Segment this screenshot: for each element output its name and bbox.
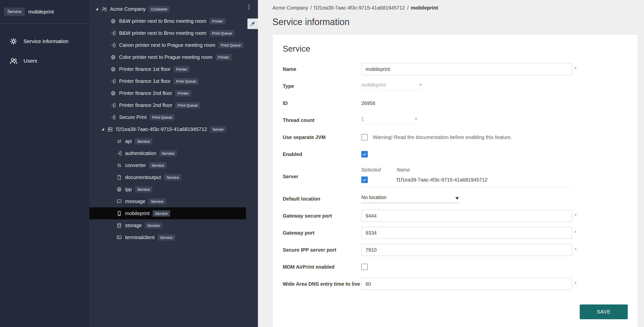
printer-icon <box>110 18 116 24</box>
service-type-badge: Service <box>4 8 25 16</box>
tree-item-customer[interactable]: Acme Company Customer <box>89 3 246 15</box>
sidebar-item-service-information[interactable]: Service information <box>0 32 89 51</box>
type-select-value: mobileprint <box>361 82 386 88</box>
chevron-down-icon <box>455 197 459 200</box>
enabled-field-row: Enabled <box>283 146 628 163</box>
tree-item-label: converter <box>125 162 146 168</box>
server-col-name: Name <box>397 167 410 173</box>
tree-item-badge: Customer <box>149 6 170 12</box>
tree-item-label: Printer finance 1st floor <box>119 66 171 72</box>
tree-item-badge: Print Queue <box>218 42 243 48</box>
dns-ttl-field-row: Wide Area DNS entry time to live * <box>283 275 628 292</box>
tree-item-printer[interactable]: Printer finance 2nd floor Printer <box>89 87 246 99</box>
tree-item-printer[interactable]: Printer finance 1st floor Printer <box>89 63 246 75</box>
server-col-selected: Selected <box>361 167 397 173</box>
gateway-port-label: Gateway port <box>283 230 361 236</box>
tree-item-label: Printer finance 2nd floor <box>119 90 172 96</box>
tree-item-service-terminalclient[interactable]: terminalclient Service <box>89 231 246 243</box>
tree-item-badge: Service <box>135 138 152 144</box>
expander-icon[interactable] <box>96 8 98 10</box>
breadcrumb-item-current: mobileprint <box>411 5 438 11</box>
required-marker: * <box>574 230 577 236</box>
thread-count-field-row: Thread count 1 <box>283 112 628 129</box>
jvm-checkbox[interactable] <box>361 134 368 140</box>
tree-item-badge: Service <box>164 174 181 181</box>
tree-item-print-queue[interactable]: Canon printer next to Prague meeting roo… <box>89 39 246 51</box>
server-label: Server <box>283 174 361 180</box>
breadcrumb-separator: / <box>310 5 312 11</box>
tree-item-label: Color printer next to Prague meeting roo… <box>119 54 213 60</box>
tree-item-label: authentication <box>125 150 156 156</box>
tree-item-service-storage[interactable]: storage Service <box>89 219 246 231</box>
jvm-warning-text: Warning! Read the documentation before e… <box>373 134 512 140</box>
id-label: ID <box>283 100 361 106</box>
server-table-row: f1f1ea39-7aac-4f3c-9715-41a681945712 <box>361 177 572 187</box>
save-button-row: SAVE <box>283 304 628 319</box>
sort-arrows-icon <box>116 162 122 168</box>
tree-item-badge: Service <box>149 162 166 169</box>
tree-item-service-mobileprint[interactable]: mobileprint Service <box>89 207 246 219</box>
sign-in-icon <box>110 78 116 84</box>
breadcrumb-item[interactable]: Acme Company <box>272 5 308 11</box>
sidebar-item-users[interactable]: Users <box>0 51 89 71</box>
chevron-down-icon <box>415 118 418 120</box>
name-input[interactable] <box>361 63 572 75</box>
sign-in-icon <box>110 114 116 120</box>
thread-count-select-value: 1 <box>361 116 364 122</box>
type-field-row: Type mobileprint <box>283 78 628 95</box>
tree-item-label: B&W printer next to Brno meeting room <box>119 30 206 36</box>
tree-item-service-documentoutput[interactable]: documentoutput Service <box>89 171 246 183</box>
default-location-select[interactable]: No location <box>361 195 459 203</box>
tree-item-label: Printer finance 2nd floor <box>119 102 172 108</box>
gateway-port-input[interactable] <box>361 227 572 239</box>
name-field-row: Name * <box>283 61 628 78</box>
enabled-checkbox[interactable] <box>361 151 368 157</box>
tree-item-label: ipp <box>125 187 132 192</box>
tree-item-print-queue[interactable]: B&W printer next to Brno meeting room Pr… <box>89 27 246 39</box>
tree-item-service-api[interactable]: api Service <box>89 135 246 147</box>
tree-item-label: terminalclient <box>125 235 155 240</box>
tree-menu-button[interactable] <box>244 2 253 12</box>
save-button[interactable]: SAVE <box>580 304 628 319</box>
check-icon <box>362 178 367 182</box>
tree-item-printer[interactable]: Color printer next to Prague meeting roo… <box>89 51 246 63</box>
database-icon <box>116 223 122 228</box>
server-checkbox[interactable] <box>361 177 368 183</box>
jvm-field-row: Use separate JVM Warning! Read the docum… <box>283 129 628 146</box>
tree-item-print-queue[interactable]: Printer finance 2nd floor Print Queue <box>89 99 246 111</box>
required-marker: * <box>574 247 577 253</box>
required-marker: * <box>574 281 577 287</box>
tree-item-service-authentication[interactable]: authentication Service <box>89 147 246 159</box>
tree-item-badge: Printer <box>209 18 225 24</box>
enabled-label: Enabled <box>283 151 361 157</box>
gateway-secure-port-input[interactable] <box>361 210 572 222</box>
tree-item-badge: Printer <box>174 66 190 72</box>
tree-item-service-ipp[interactable]: ipp Service <box>89 183 246 195</box>
secure-ipp-port-input[interactable] <box>361 244 572 256</box>
tree-item-badge: Printer <box>216 54 232 60</box>
sign-in-icon <box>110 30 116 36</box>
server-field-row: Server Selected Name f1f1ea39-7aac-4f3c-… <box>283 163 628 190</box>
tree-item-label: Acme Company <box>110 6 146 12</box>
tree-item-service-message[interactable]: message Service <box>89 195 246 207</box>
tree-item-print-queue[interactable]: Printer finance 1st floor Print Queue <box>89 75 246 87</box>
type-label: Type <box>283 83 361 89</box>
mdm-airprint-label: MDM AirPrint enabled <box>283 264 361 270</box>
required-marker: * <box>574 213 577 219</box>
dns-ttl-input[interactable] <box>361 278 572 290</box>
expander-icon[interactable] <box>102 128 104 130</box>
mdm-airprint-checkbox[interactable] <box>361 264 368 270</box>
tree-item-service-converter[interactable]: converter Service <box>89 159 246 171</box>
main-content: Acme Company / f1f1ea39-7aac-4f3c-9715-4… <box>258 0 644 327</box>
tree-item-badge: Printer <box>175 90 191 96</box>
breadcrumb-item[interactable]: f1f1ea39-7aac-4f3c-9715-41a681945712 <box>314 5 405 11</box>
default-location-value: No location <box>361 195 386 200</box>
gateway-secure-port-label: Gateway secure port <box>283 213 361 219</box>
tree-item-label: Secure Print <box>119 114 147 120</box>
users-icon <box>10 57 18 65</box>
tree-item-server[interactable]: f1f1ea39-7aac-4f3c-9715-41a681945712 Ser… <box>89 123 246 135</box>
tree-item-printer[interactable]: B&W printer next to Brno meeting room Pr… <box>89 15 246 27</box>
pin-panel-button[interactable] <box>247 19 258 29</box>
tree-item-print-queue[interactable]: Secure Print Print Queue <box>89 111 246 123</box>
tree-item-badge: Service <box>158 234 175 241</box>
